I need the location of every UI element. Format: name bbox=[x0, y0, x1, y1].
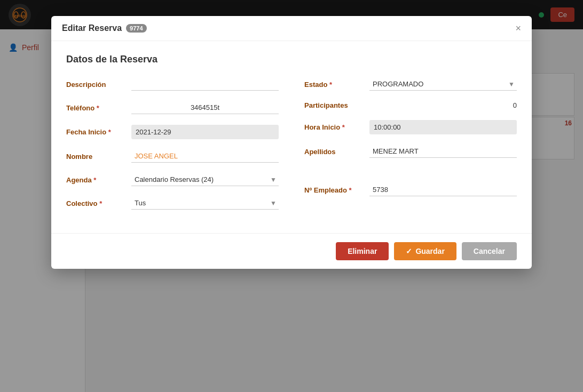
form-row-participantes: Participantes 0 bbox=[304, 101, 517, 109]
numero-empleado-label: Nº Empleado * bbox=[304, 186, 363, 194]
agenda-value: Calendario Reservas (24) bbox=[131, 173, 270, 186]
form-row-hora-inicio: Hora Inicio * bbox=[304, 120, 517, 134]
colectivo-label: Colectivo * bbox=[66, 199, 125, 207]
form-row-estado: Estado * PROGRAMADO ▼ bbox=[304, 78, 517, 91]
eliminar-button[interactable]: Eliminar bbox=[336, 242, 389, 260]
form-row-agenda: Agenda * Calendario Reservas (24) ▼ bbox=[66, 173, 279, 186]
section-title: Datos de la Reserva bbox=[66, 54, 517, 65]
modal-footer: Eliminar ✓ Guardar Cancelar bbox=[51, 233, 532, 269]
estado-label: Estado * bbox=[304, 81, 363, 89]
telefono-input[interactable] bbox=[131, 101, 279, 114]
form-row-telefono: Teléfono * bbox=[66, 101, 279, 114]
modal-body: Datos de la Reserva Descripción Teléfono… bbox=[51, 41, 532, 233]
telefono-label: Teléfono * bbox=[66, 104, 125, 112]
form-right: Estado * PROGRAMADO ▼ Participantes 0 bbox=[304, 78, 517, 220]
modal-header: Editar Reserva 9774 × bbox=[51, 16, 532, 41]
numero-empleado-input[interactable] bbox=[369, 183, 517, 196]
form-row-colectivo: Colectivo * Tus ▼ bbox=[66, 197, 279, 210]
cancelar-button[interactable]: Cancelar bbox=[462, 242, 517, 260]
participantes-value: 0 bbox=[501, 101, 517, 109]
hora-inicio-input[interactable] bbox=[369, 120, 517, 134]
agenda-select[interactable]: Calendario Reservas (24) ▼ bbox=[131, 173, 279, 186]
fecha-inicio-input[interactable] bbox=[131, 125, 279, 139]
form-left: Descripción Teléfono * Fecha Inicio * bbox=[66, 78, 279, 220]
apellidos-label: Apellidos bbox=[304, 148, 363, 156]
guardar-label: Guardar bbox=[415, 247, 444, 255]
chevron-down-icon: ▼ bbox=[508, 81, 517, 88]
modal-title: Editar Reserva 9774 bbox=[62, 23, 147, 33]
colectivo-value: Tus bbox=[131, 197, 270, 209]
descripcion-label: Descripción bbox=[66, 81, 125, 89]
hora-inicio-label: Hora Inicio * bbox=[304, 123, 363, 131]
descripcion-input[interactable] bbox=[131, 78, 279, 91]
nombre-label: Nombre bbox=[66, 153, 125, 161]
form-row-numero-empleado: Nº Empleado * bbox=[304, 183, 517, 196]
participantes-label: Participantes bbox=[304, 101, 363, 109]
edit-reserva-modal: Editar Reserva 9774 × Datos de la Reserv… bbox=[51, 16, 532, 269]
form-row-apellidos: Apellidos bbox=[304, 145, 517, 158]
form-row-fecha-inicio: Fecha Inicio * bbox=[66, 125, 279, 139]
agenda-label: Agenda * bbox=[66, 176, 125, 184]
nombre-input[interactable] bbox=[131, 150, 279, 163]
checkmark-icon: ✓ bbox=[406, 247, 412, 255]
estado-select[interactable]: PROGRAMADO ▼ bbox=[369, 78, 517, 91]
apellidos-input[interactable] bbox=[369, 145, 517, 158]
form-row-descripcion: Descripción bbox=[66, 78, 279, 91]
colectivo-select[interactable]: Tus ▼ bbox=[131, 197, 279, 210]
fecha-inicio-label: Fecha Inicio * bbox=[66, 128, 125, 136]
modal-close-button[interactable]: × bbox=[515, 23, 521, 33]
modal-badge: 9774 bbox=[126, 24, 146, 33]
chevron-down-icon: ▼ bbox=[270, 176, 279, 183]
form-grid: Descripción Teléfono * Fecha Inicio * bbox=[66, 78, 517, 220]
guardar-button[interactable]: ✓ Guardar bbox=[394, 242, 456, 260]
form-row-nombre: Nombre bbox=[66, 150, 279, 163]
estado-value: PROGRAMADO bbox=[369, 78, 508, 90]
modal-title-text: Editar Reserva bbox=[62, 23, 122, 33]
chevron-down-icon: ▼ bbox=[270, 199, 279, 207]
